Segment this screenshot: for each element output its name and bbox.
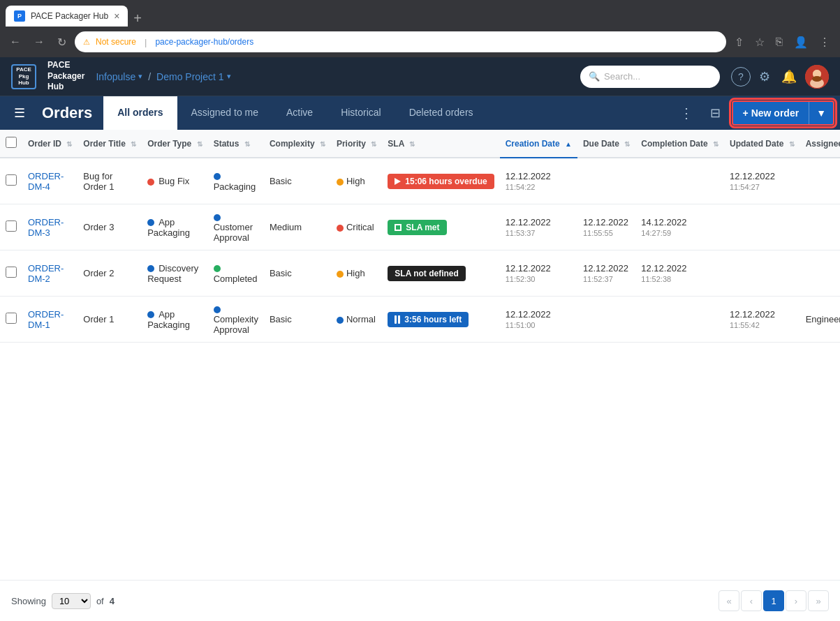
row-completion-date-2: 12.12.202211:52:38	[635, 250, 724, 297]
table-row: ORDER-DM-1 Order 1 App Packaging Complex…	[0, 297, 840, 343]
col-status[interactable]: Status ⇅	[208, 130, 264, 158]
row-select-1[interactable]	[6, 220, 17, 232]
row-order-title-1: Order 3	[78, 204, 142, 250]
more-icon[interactable]: ⋮	[815, 33, 834, 52]
row-checkbox-3	[0, 297, 22, 343]
header-nav: Infopulse ▾ / Demo Project 1 ▾	[96, 71, 230, 82]
row-order-type-2: Discovery Request	[142, 250, 207, 297]
col-due-date[interactable]: Due Date ⇅	[577, 130, 635, 158]
row-order-type-1: App Packaging	[142, 204, 207, 250]
org-link[interactable]: Infopulse ▾	[96, 71, 142, 82]
refresh-button[interactable]: ↻	[53, 33, 71, 52]
notifications-button[interactable]: 🔔	[779, 66, 800, 87]
new-order-dropdown[interactable]: ▼	[809, 102, 833, 124]
col-order-id[interactable]: Order ID ⇅	[22, 130, 78, 158]
row-assignee-0	[800, 158, 840, 204]
prev-page-button[interactable]: ‹	[741, 590, 762, 611]
cast-icon[interactable]: ⎘	[772, 33, 787, 51]
col-completion-date[interactable]: Completion Date ⇅	[635, 130, 724, 158]
active-tab[interactable]: P PACE Packager Hub ×	[6, 6, 128, 27]
last-page-button[interactable]: »	[808, 590, 829, 611]
svg-point-4	[812, 76, 822, 82]
col-select	[0, 130, 22, 158]
row-due-date-2: 12.12.202211:52:37	[577, 250, 635, 297]
row-sla-0: 15:06 hours overdue	[382, 158, 499, 204]
col-creation-date[interactable]: Creation Date ▲	[500, 130, 577, 158]
more-options-button[interactable]: ⋮	[674, 102, 699, 124]
user-avatar[interactable]	[805, 65, 829, 89]
next-page-button[interactable]: ›	[786, 590, 806, 611]
avatar-image	[805, 65, 829, 89]
col-complexity[interactable]: Complexity ⇅	[264, 130, 331, 158]
new-order-main[interactable]: + New order	[733, 102, 810, 124]
address-bar[interactable]: ⚠ Not secure | pace-packager-hub/orders	[75, 31, 726, 52]
table-body: ORDER-DM-4 Bug for Order 1 Bug Fix Packa…	[0, 158, 840, 343]
order-id-link-0[interactable]: ORDER-DM-4	[28, 171, 64, 192]
row-complexity-1: Medium	[264, 204, 331, 250]
tab-assigned-to-me[interactable]: Assigned to me	[177, 96, 273, 130]
hamburger-button[interactable]: ☰	[11, 103, 28, 124]
order-id-link-2[interactable]: ORDER-DM-2	[28, 263, 64, 284]
row-creation-date-0: 12.12.202211:54:22	[500, 158, 577, 204]
col-order-title[interactable]: Order Title ⇅	[78, 130, 142, 158]
row-updated-date-0: 12.12.202211:54:27	[724, 158, 800, 204]
tab-close-button[interactable]: ×	[114, 10, 119, 22]
row-select-0[interactable]	[6, 174, 17, 186]
order-id-link-1[interactable]: ORDER-DM-3	[28, 217, 64, 238]
order-id-link-3[interactable]: ORDER-DM-1	[28, 309, 64, 330]
row-order-id-3: ORDER-DM-1	[22, 297, 78, 343]
row-due-date-3	[577, 297, 635, 343]
row-assignee-1	[800, 204, 840, 250]
col-updated-date[interactable]: Updated Date ⇅	[724, 130, 800, 158]
row-priority-0: High	[331, 158, 382, 204]
row-order-title-2: Order 2	[78, 250, 142, 297]
table-row: ORDER-DM-2 Order 2 Discovery Request Com…	[0, 250, 840, 297]
col-priority[interactable]: Priority ⇅	[331, 130, 382, 158]
table-header: Order ID ⇅ Order Title ⇅ Order Type ⇅ St…	[0, 130, 840, 158]
help-button[interactable]: ?	[731, 67, 751, 87]
header-icon-btns: ? ⚙ 🔔	[731, 65, 829, 89]
filter-button[interactable]: ⊟	[705, 103, 726, 124]
col-order-type[interactable]: Order Type ⇅	[142, 130, 207, 158]
translate-icon[interactable]: ⇧	[730, 33, 748, 52]
row-select-3[interactable]	[6, 313, 17, 324]
search-box[interactable]: 🔍 Search...	[580, 66, 720, 88]
logo-text: PACEPkgHub	[16, 66, 31, 87]
bookmark-icon[interactable]: ☆	[751, 33, 769, 52]
nav-separator: /	[148, 71, 151, 82]
row-priority-1: Critical	[331, 204, 382, 250]
row-select-2[interactable]	[6, 267, 17, 278]
first-page-button[interactable]: «	[719, 590, 739, 611]
row-creation-date-3: 12.12.202211:51:00	[500, 297, 577, 343]
row-updated-date-3: 12.12.202211:55:42	[724, 297, 800, 343]
tab-deleted-orders[interactable]: Deleted orders	[395, 96, 487, 130]
col-sla[interactable]: SLA ⇅	[382, 130, 499, 158]
new-order-button[interactable]: + New order ▼	[732, 100, 834, 126]
row-priority-2: High	[331, 250, 382, 297]
forward-button[interactable]: →	[29, 33, 49, 51]
project-link[interactable]: Demo Project 1 ▾	[156, 71, 230, 82]
back-button[interactable]: ←	[6, 33, 25, 51]
table-footer: Showing 10 25 50 100 of 4 « ‹ 1 › »	[0, 580, 840, 621]
not-secure-label: Not secure	[96, 37, 136, 47]
tab-active[interactable]: Active	[272, 96, 327, 130]
profile-icon[interactable]: 👤	[790, 33, 812, 52]
nav-actions: ⋮ ⊟ + New order ▼	[674, 100, 840, 126]
table-row: ORDER-DM-4 Bug for Order 1 Bug Fix Packa…	[0, 158, 840, 204]
tab-historical[interactable]: Historical	[327, 96, 395, 130]
row-complexity-2: Basic	[264, 250, 331, 297]
row-due-date-1: 12.12.202211:55:55	[577, 204, 635, 250]
orders-table: Order ID ⇅ Order Title ⇅ Order Type ⇅ St…	[0, 130, 840, 343]
per-page-select[interactable]: 10 25 50 100	[52, 593, 91, 609]
new-tab-button[interactable]: +	[128, 10, 147, 27]
row-checkbox-2	[0, 250, 22, 297]
select-all-checkbox[interactable]	[6, 137, 17, 148]
col-assignee[interactable]: Assignee ⇅	[800, 130, 840, 158]
page-1-button[interactable]: 1	[763, 590, 784, 611]
settings-button[interactable]: ⚙	[756, 66, 773, 87]
row-status-1: Customer Approval	[208, 204, 264, 250]
row-order-type-0: Bug Fix	[142, 158, 207, 204]
row-updated-date-1	[724, 204, 800, 250]
tab-all-orders[interactable]: All orders	[103, 96, 177, 130]
row-updated-date-2	[724, 250, 800, 297]
